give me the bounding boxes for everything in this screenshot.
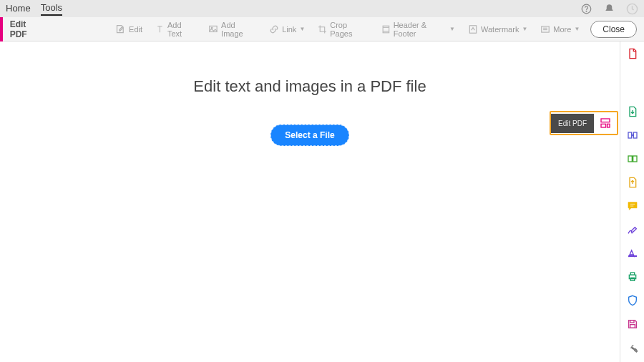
svg-rect-23 — [630, 273, 634, 275]
tab-tools[interactable]: Tools — [41, 2, 62, 16]
select-file-button[interactable]: Select a File — [270, 124, 348, 146]
svg-rect-13 — [601, 124, 606, 127]
redact-icon — [627, 248, 638, 259]
header-footer-label: Header & Footer — [394, 21, 447, 38]
svg-rect-12 — [601, 119, 610, 122]
canvas-area: Edit text and images in a PDF file Selec… — [0, 41, 620, 362]
svg-point-27 — [634, 349, 636, 351]
sign-icon — [627, 224, 638, 235]
tab-home[interactable]: Home — [6, 3, 31, 15]
create-pdf-tool[interactable] — [626, 47, 639, 60]
accent-strip — [0, 17, 3, 41]
svg-rect-26 — [630, 325, 635, 328]
print-icon — [627, 271, 638, 283]
crop-icon — [318, 24, 327, 34]
link-button[interactable]: Link ▼ — [264, 17, 310, 41]
right-tool-pane — [620, 41, 644, 362]
share-icon — [627, 177, 638, 188]
combine-icon — [627, 153, 638, 165]
pdf-icon — [627, 48, 638, 59]
svg-rect-24 — [630, 278, 634, 280]
share-tool[interactable] — [626, 176, 639, 189]
watermark-icon — [468, 24, 478, 34]
edit-pdf-toolbar: Edit PDF Edit Add Text Add Image Link ▼ … — [0, 17, 644, 41]
edit-icon — [115, 24, 126, 34]
chevron-down-icon: ▼ — [522, 26, 527, 32]
add-text-label: Add Text — [167, 21, 195, 38]
watermark-label: Watermark — [481, 25, 519, 34]
redact-tool[interactable] — [626, 247, 639, 260]
svg-rect-25 — [630, 321, 633, 323]
chevron-down-icon: ▼ — [299, 26, 305, 32]
save-icon — [627, 318, 638, 330]
crop-pages-label: Crop Pages — [330, 21, 369, 38]
protect-tool[interactable] — [626, 294, 639, 307]
close-button[interactable]: Close — [590, 21, 637, 38]
edit-pdf-tool-highlight[interactable] — [594, 112, 617, 134]
add-text-button[interactable]: Add Text — [150, 17, 200, 41]
more-icon — [540, 24, 550, 34]
svg-point-1 — [586, 11, 587, 11]
svg-rect-18 — [633, 156, 636, 162]
save-tool[interactable] — [626, 318, 639, 331]
tool-title: Edit PDF — [10, 19, 43, 39]
organize-pages-tool[interactable] — [626, 129, 639, 142]
main-area: Edit text and images in a PDF file Selec… — [0, 41, 644, 362]
edit-button[interactable]: Edit — [110, 17, 147, 41]
image-icon — [208, 24, 218, 34]
header-footer-button[interactable]: Header & Footer ▼ — [376, 17, 460, 41]
svg-rect-15 — [628, 132, 632, 138]
chevron-down-icon: ▼ — [574, 26, 580, 32]
more-button[interactable]: More ▼ — [535, 17, 585, 41]
export-icon — [627, 106, 638, 117]
preferences-tool[interactable] — [626, 341, 639, 354]
tooltip-highlight: Edit PDF — [550, 111, 618, 135]
comment-tool[interactable] — [626, 200, 639, 212]
help-icon[interactable] — [580, 2, 592, 15]
crop-pages-button[interactable]: Crop Pages — [313, 17, 374, 41]
header-footer-icon — [381, 24, 391, 34]
tooltip-label: Edit PDF — [551, 114, 594, 133]
link-label: Link — [282, 25, 296, 34]
edit-label: Edit — [129, 25, 142, 34]
more-label: More — [553, 25, 571, 34]
svg-rect-5 — [383, 26, 389, 33]
add-image-label: Add Image — [221, 21, 256, 38]
notifications-icon[interactable] — [602, 2, 615, 15]
print-tool[interactable] — [626, 270, 639, 283]
svg-rect-17 — [628, 156, 632, 162]
edit-pdf-icon — [600, 117, 611, 129]
watermark-button[interactable]: Watermark ▼ — [463, 17, 532, 41]
shield-icon — [627, 295, 638, 306]
fill-sign-tool[interactable] — [626, 223, 639, 236]
text-icon — [155, 24, 165, 34]
combine-files-tool[interactable] — [626, 152, 639, 165]
organize-icon — [627, 129, 638, 141]
comment-icon — [627, 200, 638, 212]
account-icon[interactable] — [625, 2, 638, 15]
svg-rect-8 — [469, 25, 476, 33]
page-heading: Edit text and images in a PDF file — [193, 77, 426, 96]
link-icon — [269, 24, 279, 34]
svg-rect-14 — [608, 124, 610, 127]
add-image-button[interactable]: Add Image — [203, 17, 261, 41]
wrench-icon — [627, 342, 638, 353]
export-pdf-tool[interactable] — [626, 105, 639, 118]
chevron-down-icon: ▼ — [449, 26, 455, 32]
top-tab-bar: Home Tools — [0, 0, 644, 17]
